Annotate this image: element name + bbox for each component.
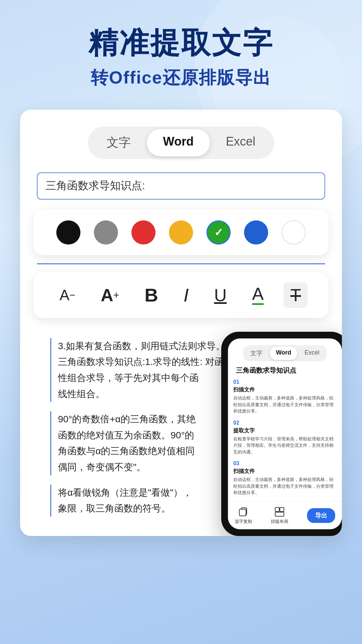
phone-section-3: 03 扫描文件 自动边框，主动裁剪，多种道路，多种处理风格，轻松拍出高质量文档，… — [233, 461, 337, 496]
color-white[interactable] — [282, 220, 306, 245]
tab-excel[interactable]: Excel — [210, 129, 272, 156]
phone-export-button[interactable]: 导出 — [307, 508, 335, 523]
color-red[interactable] — [131, 220, 156, 245]
phone-section-1: 01 扫描文件 自动边框，主动裁剪，多种道路，多种处理风格，轻松拍出高质量文档，… — [233, 379, 337, 415]
bold-button[interactable]: B — [139, 283, 163, 307]
font-color-button[interactable]: A — [247, 282, 269, 308]
phone-section-2-body: 在检查学校学习片段，管理来高，帮助处理相关文档片段，管理相应。学生与老师交流文件… — [233, 436, 337, 455]
color-yellow[interactable] — [169, 220, 193, 245]
svg-rect-1 — [275, 507, 279, 512]
font-style-card: A− A+ B I U A T — [34, 272, 328, 318]
phone-select-copy-label: 选字复制 — [235, 519, 252, 525]
underline-button[interactable]: U — [209, 284, 232, 307]
tab-container: 文字 Word Excel — [88, 126, 274, 159]
phone-select-copy-button[interactable]: 选字复制 — [235, 506, 252, 525]
font-size-decrease-button[interactable]: A− — [54, 285, 81, 305]
text-input[interactable] — [37, 172, 325, 200]
blue-divider — [37, 263, 325, 264]
font-size-increase-button[interactable]: A+ — [95, 284, 124, 307]
phone-section-1-num: 01 — [233, 379, 337, 385]
phone-section-2-title: 提取文字 — [233, 427, 337, 434]
hero-subtitle: 转Office还原排版导出 — [20, 66, 342, 90]
phone-section-3-num: 03 — [233, 461, 337, 467]
phone-screen: 文字 Word Excel 三角函数求导知识点 01 扫描文件 自动边框，主动裁… — [228, 338, 342, 529]
color-blue[interactable] — [244, 220, 268, 245]
font-color-underline — [252, 303, 264, 305]
selected-checkmark: ✓ — [214, 226, 223, 239]
phone-section-2-num: 02 — [233, 420, 337, 426]
phone-section-3-title: 扫描文件 — [233, 468, 337, 475]
phone-layout-button[interactable]: 排版布局 — [271, 506, 288, 525]
phone-tab-container: 文字 Word Excel — [243, 345, 327, 361]
phone-bottom-bar: 选字复制 排版布局 导出 — [228, 501, 342, 529]
phone-tab-excel[interactable]: Excel — [299, 346, 325, 360]
tab-word[interactable]: Word — [147, 129, 209, 156]
hero-title: 精准提取文字 — [20, 27, 342, 59]
svg-rect-2 — [280, 507, 284, 512]
tab-text[interactable]: 文字 — [90, 129, 147, 156]
phone-section-2: 02 提取文字 在检查学校学习片段，管理来高，帮助处理相关文档片段，管理相应。学… — [233, 420, 337, 455]
svg-rect-3 — [275, 512, 284, 516]
color-picker-card: ✓ — [34, 210, 328, 255]
phone-section-1-title: 扫描文件 — [233, 386, 337, 393]
color-black[interactable] — [56, 220, 80, 245]
phone-mockup-wrapper: 文字 Word Excel 三角函数求导知识点 01 扫描文件 自动边框，主动裁… — [221, 332, 342, 536]
copy-icon — [238, 506, 249, 517]
color-gray[interactable] — [94, 220, 118, 245]
phone-doc-title: 三角函数求导知识点 — [233, 366, 337, 375]
phone-tab-text[interactable]: 文字 — [244, 346, 268, 360]
color-green[interactable]: ✓ — [206, 220, 231, 245]
italic-button[interactable]: I — [178, 283, 194, 307]
strikethrough-button[interactable]: T — [284, 282, 308, 308]
layout-icon — [274, 506, 285, 517]
phone-section-3-body: 自动边框，主动裁剪，多种道路，多种处理风格，轻松拍出高质量文档，并通过电子文件传… — [233, 476, 337, 496]
phone-tab-word[interactable]: Word — [270, 346, 297, 360]
phone-section-1-body: 自动边框，主动裁剪，多种道路，多种处理风格，轻松拍出高质量文档，并通过电子文件传… — [233, 395, 337, 415]
phone-layout-label: 排版布局 — [271, 519, 288, 525]
main-card: 文字 Word Excel ✓ A− A+ — [20, 110, 342, 536]
svg-rect-0 — [239, 509, 246, 516]
phone-mockup: 文字 Word Excel 三角函数求导知识点 01 扫描文件 自动边框，主动裁… — [221, 332, 342, 536]
